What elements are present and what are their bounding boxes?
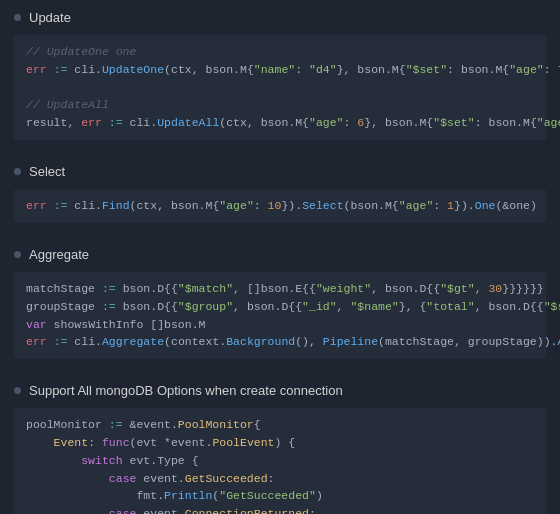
section-header-update: Update <box>0 10 560 31</box>
section-title-select: Select <box>29 164 65 179</box>
code-block-support: poolMonitor := &event.PoolMonitor{ Event… <box>14 408 546 514</box>
section-aggregate: Aggregate matchStage := bson.D{{"$match"… <box>0 237 560 369</box>
bullet-select <box>14 168 21 175</box>
section-update: Update // UpdateOne one err := cli.Updat… <box>0 0 560 150</box>
section-header-select: Select <box>0 164 560 185</box>
code-block-select: err := cli.Find(ctx, bson.M{"age": 10}).… <box>14 189 546 223</box>
section-title-support: Support All mongoDB Options when create … <box>29 383 343 398</box>
bullet-aggregate <box>14 251 21 258</box>
section-select: Select err := cli.Find(ctx, bson.M{"age"… <box>0 154 560 233</box>
section-header-aggregate: Aggregate <box>0 247 560 268</box>
section-title-update: Update <box>29 10 71 25</box>
code-block-aggregate: matchStage := bson.D{{"$match", []bson.E… <box>14 272 546 359</box>
bullet-support <box>14 387 21 394</box>
section-support: Support All mongoDB Options when create … <box>0 373 560 514</box>
page-container: Update // UpdateOne one err := cli.Updat… <box>0 0 560 514</box>
section-header-support: Support All mongoDB Options when create … <box>0 383 560 404</box>
bullet-update <box>14 14 21 21</box>
section-title-aggregate: Aggregate <box>29 247 89 262</box>
code-block-update: // UpdateOne one err := cli.UpdateOne(ct… <box>14 35 546 140</box>
